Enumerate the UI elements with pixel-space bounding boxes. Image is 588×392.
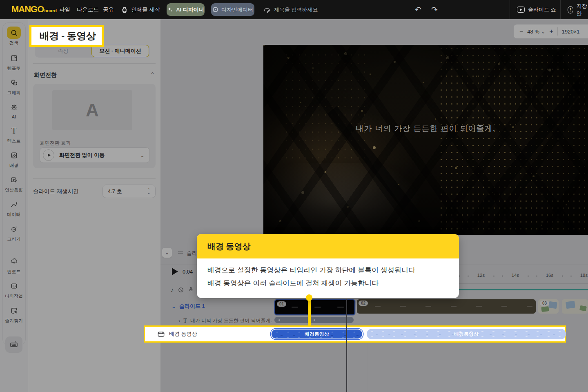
sidebar-item-label: 영상음향 — [5, 187, 23, 193]
sidebar-item-draw[interactable]: 그리기 — [0, 223, 28, 242]
text-block-bar[interactable] — [274, 317, 354, 323]
sidebar-item-video-audio[interactable]: 영상음향 — [0, 174, 28, 193]
sidebar-item-text[interactable]: T 텍스트 — [0, 125, 28, 144]
ai-icon — [10, 103, 18, 111]
slide-duration-value: 4.7 초 — [108, 188, 122, 195]
search-icon — [10, 29, 18, 37]
ruler-label-16s: 16s — [543, 273, 557, 278]
sidebar-item-upload[interactable]: 업로드 — [0, 255, 28, 275]
upload-icon — [10, 258, 18, 265]
redo-button[interactable]: ↷ — [431, 0, 438, 19]
save-status-label: 저장안 — [577, 2, 588, 17]
tooltip-line-2: 배경 동영상은 여러 슬라이드에 걸쳐 재생이 가능합니다 — [207, 277, 448, 290]
sidebar-item-graphic[interactable]: 그래픽 — [0, 76, 28, 96]
menu-print[interactable]: 인쇄물 제작 — [121, 0, 160, 19]
undo-button[interactable]: ↶ — [415, 0, 421, 19]
slide-thumbnail-3[interactable]: 03 — [538, 299, 559, 314]
sidebar-item-label: 배경 — [9, 163, 18, 169]
ruler-label-18s: 18s — [577, 273, 588, 278]
mangoboard-logo[interactable]: MANGOboard — [11, 4, 57, 15]
zoom-level[interactable]: 48 % ⌄ — [527, 29, 545, 35]
slide-group-label: 슬라이드 1 — [179, 303, 205, 310]
sound-effect-icon[interactable] — [178, 287, 184, 293]
transition-section-header[interactable]: 화면전환 ⌃ — [34, 71, 155, 79]
menu-print-label: 인쇄물 제작 — [131, 6, 160, 13]
sidebar-item-label: AI — [12, 114, 16, 119]
design-editor-label: 디자인에디터 — [221, 6, 253, 13]
panel-divider-2 — [33, 178, 156, 179]
slide-badge-03: 03 — [540, 301, 549, 306]
background-video-tooltip: 배경 동영상 배경으로 설정한 동영상은 타임라인 가장 하단에 블록이 생성됩… — [197, 234, 459, 298]
sidebar-item-my-work[interactable]: 나의작업 — [0, 280, 28, 299]
zoom-toolbar: − 48 % ⌄ + 1920×1 — [514, 24, 588, 38]
sidebar-item-background[interactable]: 배경 — [0, 149, 28, 169]
sidebar-item-search[interactable]: 검색 — [0, 27, 28, 46]
slide-duration-stepper[interactable]: 4.7 초 ⌃⌄ — [102, 185, 156, 198]
preview-play-button[interactable] — [43, 149, 54, 161]
background-video-block-2[interactable]: 배경동영상 — [367, 329, 566, 339]
ai-designer-button[interactable]: AI 디자이너 — [167, 3, 205, 16]
stepper-arrows[interactable]: ⌃⌄ — [147, 189, 150, 194]
slide-thumbnail-1[interactable]: 01 — [274, 299, 355, 315]
menu-share[interactable]: 공유 — [103, 0, 114, 19]
timeline-current-time: 0:04 — [183, 269, 193, 275]
tooltip-body: 배경으로 설정한 동영상은 타임라인 가장 하단에 블록이 생성됩니다 배경 동… — [197, 258, 459, 295]
slideshow-button[interactable]: 슬라이드 쇼 — [517, 0, 556, 19]
slideshow-label: 슬라이드 쇼 — [528, 6, 556, 13]
microphone-icon[interactable] — [188, 287, 194, 293]
menu-download[interactable]: 다운로드 — [77, 0, 99, 19]
transition-effect-dropdown[interactable]: 화면전환 없이 이동 ⌄ — [40, 147, 150, 163]
timeline-collapse-button[interactable]: ⌄ — [162, 248, 172, 258]
sidebar-item-label: 그리기 — [7, 236, 21, 242]
text-layer-row[interactable]: › T 내가 너의 가장 든든한 편이 되어줄게. — [178, 317, 272, 324]
sidebar-item-data[interactable]: 데이터 — [0, 198, 28, 218]
background-video-block-1[interactable]: 배경동영상 — [271, 329, 363, 339]
slide-badge-01: 01 — [277, 301, 286, 307]
timeline-playhead[interactable] — [346, 299, 347, 392]
chevron-up-icon: ⌃ — [150, 71, 155, 79]
tab-properties[interactable]: 속성 — [35, 47, 91, 55]
sidebar-item-label: 검색 — [9, 40, 18, 46]
save-status[interactable]: ! 저장안 — [568, 0, 588, 19]
panel-title-callout: 배경 - 동영상 — [29, 25, 104, 47]
canvas-dimension: 1920×1 — [562, 29, 580, 35]
transition-preview[interactable]: A — [52, 90, 132, 130]
ruler-label-12s: 12s — [474, 273, 488, 278]
printer-icon — [121, 6, 128, 13]
slide-group-row[interactable]: ⌄ 슬라이드 1 — [172, 303, 205, 310]
zoombar-separator — [557, 27, 558, 36]
transition-effect-label: 화면전환 효과 — [40, 140, 71, 147]
document-title-input[interactable]: 제목을 입력하세요 — [263, 0, 318, 19]
sidebar-item-template[interactable]: 템플릿 — [0, 52, 28, 71]
menu-file[interactable]: 파일 — [59, 0, 70, 19]
title-placeholder: 제목을 입력하세요 — [274, 6, 318, 13]
transition-effect-value: 화면전환 없이 이동 — [59, 151, 105, 159]
zoom-in-button[interactable]: + — [550, 28, 553, 35]
slide-canvas[interactable]: 내가 너의 가장 든든한 편이 되어줄게. — [263, 45, 588, 235]
template-icon — [10, 54, 18, 62]
zoom-out-button[interactable]: − — [519, 28, 523, 35]
background-video-panel: 속성 모션 · 애니메이션 화면전환 ⌃ A 화면전환 효과 화면전환 없이 이… — [28, 19, 160, 392]
data-chart-icon — [10, 200, 18, 208]
slide-thumbnail-2[interactable]: 02 — [357, 299, 536, 314]
sidebar-item-favorites[interactable]: 즐겨찾기 — [0, 304, 28, 324]
video-audio-icon — [10, 176, 18, 184]
tool-sidebar: 검색 템플릿 그래픽 AI T 텍스트 배경 영상음향 데이터 — [0, 19, 28, 392]
timeline-play-button[interactable] — [172, 268, 178, 275]
slide-thumbnail-4[interactable] — [562, 299, 588, 314]
design-editor-button[interactable]: 디자인에디터 — [211, 3, 254, 16]
background-video-track-header[interactable]: 배경 동영상 — [157, 330, 197, 338]
list-icon — [177, 250, 184, 256]
panel-title: 배경 - 동영상 — [40, 29, 96, 42]
preview-letter: A — [86, 100, 99, 120]
chevron-down-icon: ⌄ — [172, 303, 176, 310]
bg-block-1-label: 배경동영상 — [305, 331, 329, 337]
graphic-icon — [10, 79, 18, 87]
sidebar-item-ai[interactable]: AI — [0, 101, 28, 119]
shortcut-keyboard-button[interactable] — [5, 336, 22, 353]
slide-caption-text[interactable]: 내가 너의 가장 든든한 편이 되어줄게. — [263, 123, 588, 134]
background-video-track-area: 배경동영상 배경동영상 — [269, 327, 565, 341]
sidebar-item-label: 텍스트 — [7, 138, 21, 144]
music-note-icon[interactable]: ♪ — [171, 286, 174, 293]
sidebar-item-label: 템플릿 — [7, 65, 21, 71]
